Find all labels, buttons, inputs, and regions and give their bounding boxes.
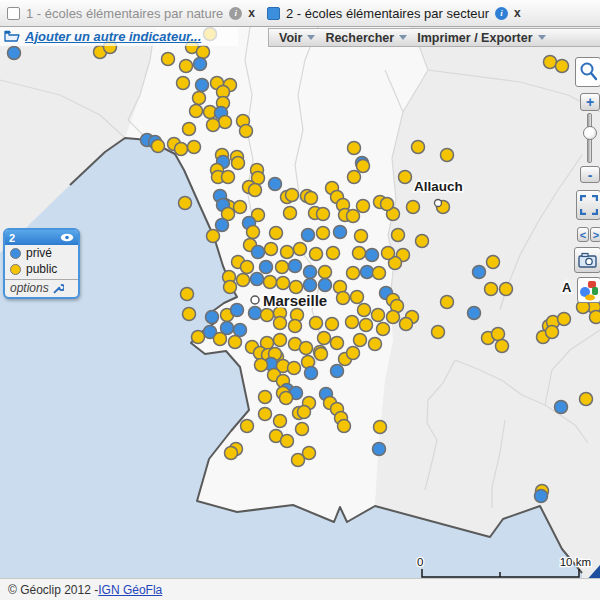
school-dot-public[interactable]	[441, 149, 454, 162]
legend-options[interactable]: options	[5, 279, 78, 297]
school-dot-prive[interactable]	[555, 401, 568, 414]
school-dot-public[interactable]	[259, 391, 272, 404]
zoom-in-button[interactable]: +	[580, 93, 600, 111]
school-dot-public[interactable]	[288, 362, 301, 375]
school-dot-prive[interactable]	[8, 47, 21, 60]
zoom-out-button[interactable]: -	[580, 166, 600, 183]
school-dot-public[interactable]	[162, 53, 175, 66]
school-dot-public[interactable]	[496, 340, 509, 353]
school-dot-public[interactable]	[234, 201, 247, 214]
school-dot-prive[interactable]	[373, 443, 386, 456]
snapshot-button[interactable]	[574, 247, 600, 273]
school-dot-public[interactable]	[360, 319, 373, 332]
school-dot-public[interactable]	[416, 235, 429, 248]
school-dot-public[interactable]	[232, 157, 245, 170]
school-dot-public[interactable]	[193, 92, 206, 105]
school-dot-public[interactable]	[357, 160, 370, 173]
school-dot-public[interactable]	[207, 230, 220, 243]
school-dot-public[interactable]	[292, 454, 305, 467]
tab2-checkbox[interactable]	[267, 7, 280, 20]
school-dot-public[interactable]	[432, 326, 445, 339]
school-dot-public[interactable]	[289, 320, 302, 333]
ign-geofla-link[interactable]: IGN GéoFla	[98, 583, 162, 597]
school-dot-public[interactable]	[319, 266, 332, 279]
school-dot-public[interactable]	[192, 331, 205, 344]
tab1-close-icon[interactable]: x	[248, 7, 255, 19]
school-dot-public[interactable]	[348, 142, 361, 155]
school-dot-public[interactable]	[347, 267, 360, 280]
school-dot-public[interactable]	[331, 337, 344, 350]
school-dot-public[interactable]	[377, 323, 390, 336]
school-dot-public[interactable]	[249, 184, 262, 197]
school-dot-public[interactable]	[354, 334, 367, 347]
school-dot-prive[interactable]	[194, 58, 207, 71]
tab1-checkbox[interactable]	[7, 7, 20, 20]
school-dot-public[interactable]	[281, 246, 294, 259]
school-dot-prive[interactable]	[468, 307, 481, 320]
school-dot-public[interactable]	[346, 316, 359, 329]
school-dot-public[interactable]	[274, 317, 287, 330]
school-dot-public[interactable]	[180, 60, 193, 73]
school-dot-public[interactable]	[274, 334, 287, 347]
school-dot-public[interactable]	[326, 318, 339, 331]
school-dot-public[interactable]	[372, 309, 385, 322]
school-dot-public[interactable]	[183, 308, 196, 321]
school-dot-public[interactable]	[183, 123, 196, 136]
school-dot-public[interactable]	[207, 119, 220, 132]
school-dot-public[interactable]	[188, 141, 201, 154]
school-dot-public[interactable]	[546, 326, 559, 339]
school-dot-prive[interactable]	[535, 490, 548, 503]
school-dot-public[interactable]	[181, 288, 194, 301]
school-dot-prive[interactable]	[302, 229, 315, 242]
school-dot-public[interactable]	[241, 420, 254, 433]
school-dot-public[interactable]	[237, 274, 250, 287]
tab-indicator-2[interactable]: 2 - écoles élémentaires par secteur i x	[263, 0, 525, 26]
school-dot-public[interactable]	[296, 423, 309, 436]
school-dot-public[interactable]	[441, 296, 454, 309]
menu-rechercher[interactable]: Rechercher	[325, 31, 407, 45]
school-dot-public[interactable]	[286, 189, 299, 202]
school-dot-public[interactable]	[175, 143, 188, 156]
school-dot-public[interactable]	[487, 256, 500, 269]
school-dot-prive[interactable]	[366, 249, 379, 262]
school-dot-public[interactable]	[284, 207, 297, 220]
school-dot-public[interactable]	[492, 328, 505, 341]
menu-voir[interactable]: Voir	[279, 31, 315, 45]
school-dot-prive[interactable]	[304, 279, 317, 292]
school-dot-public[interactable]	[179, 197, 192, 210]
school-dot-public[interactable]	[264, 276, 277, 289]
tab1-label[interactable]: 1 - écoles élémentaires par nature	[26, 6, 223, 21]
school-dot-public[interactable]	[315, 348, 328, 361]
school-dot-public[interactable]	[347, 347, 360, 360]
school-dot-public[interactable]	[197, 46, 210, 59]
school-dot-public[interactable]	[305, 192, 318, 205]
school-dot-prive[interactable]	[473, 266, 486, 279]
school-dot-public[interactable]	[270, 227, 283, 240]
school-dot-public[interactable]	[348, 171, 361, 184]
school-dot-public[interactable]	[310, 248, 323, 261]
school-dot-prive[interactable]	[260, 261, 273, 274]
school-dot-prive[interactable]	[304, 266, 317, 279]
school-dot-public[interactable]	[358, 304, 371, 317]
map-canvas[interactable]: Marseille Allauch A 0 10 km	[0, 0, 600, 600]
school-dot-public[interactable]	[190, 105, 203, 118]
school-dot-prive[interactable]	[196, 79, 209, 92]
school-dot-public[interactable]	[387, 311, 400, 324]
school-dot-public[interactable]	[224, 281, 237, 294]
school-dot-prive[interactable]	[231, 304, 244, 317]
school-dot-public[interactable]	[556, 60, 569, 73]
school-dot-public[interactable]	[351, 291, 364, 304]
zoom-slider-handle[interactable]	[583, 126, 597, 140]
school-dot-prive[interactable]	[289, 260, 302, 273]
tab2-label[interactable]: 2 - écoles élémentaires par secteur	[286, 6, 489, 21]
tab2-info-icon[interactable]: i	[495, 7, 508, 20]
eye-icon[interactable]	[60, 233, 74, 242]
school-dot-public[interactable]	[544, 56, 557, 69]
school-dot-public[interactable]	[317, 208, 330, 221]
school-dot-public[interactable]	[392, 229, 405, 242]
school-dot-public[interactable]	[337, 292, 350, 305]
school-dot-prive[interactable]	[216, 219, 229, 232]
school-dot-prive[interactable]	[361, 266, 374, 279]
school-dot-public[interactable]	[500, 283, 513, 296]
school-dot-public[interactable]	[240, 125, 253, 138]
